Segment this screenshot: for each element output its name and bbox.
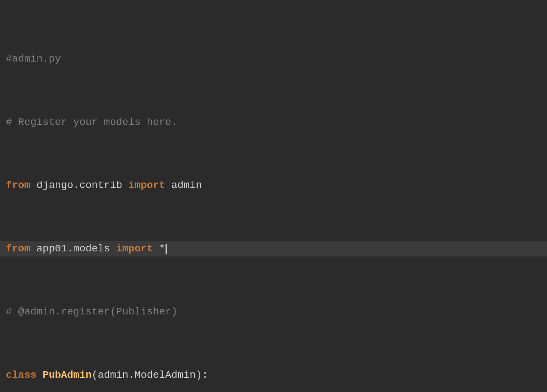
code-editor: #admin.py # Register your models here. f… [0,4,547,392]
keyword-from: from [6,180,30,191]
line-6: class PubAdmin(admin.ModelAdmin): [0,367,547,383]
code-text: django.contrib [30,180,128,191]
code-text: * [153,243,165,254]
code-text: (admin.ModelAdmin): [92,369,208,381]
keyword-from: from [6,243,30,254]
keyword-class: class [6,369,36,381]
line-1: #admin.py [0,51,547,67]
class-name-pubadmin: PubAdmin [43,369,92,381]
keyword-import: import [128,180,165,191]
code-text: app01.models [30,243,116,254]
line-4: from app01.models import * [0,241,547,256]
code-text [36,369,43,381]
text-cursor [166,244,167,254]
code-text: admin [165,180,202,191]
line-5: # @admin.register(Publisher) [0,304,547,320]
line-2: # Register your models here. [0,114,547,130]
comment-text: # Register your models here. [6,117,177,128]
keyword-import: import [116,243,153,254]
comment-text: #admin.py [6,53,61,64]
line-3: from django.contrib import admin [0,177,547,193]
comment-text: # @admin.register(Publisher) [6,306,177,317]
